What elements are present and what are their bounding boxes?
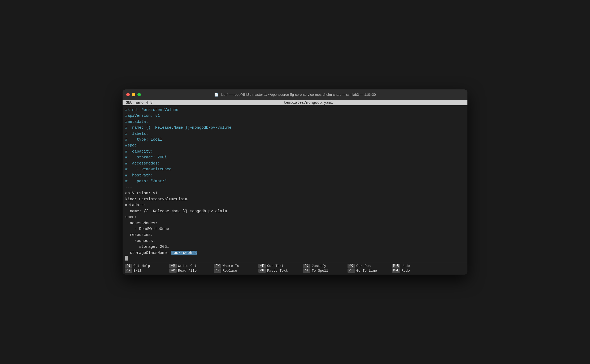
line-14: ---	[125, 184, 465, 190]
terminal-window: 📄 luthfi — root@fi-k8s-master-1: ~/opens…	[123, 89, 467, 275]
shortcut-to-spell: ^T To Spell	[303, 268, 345, 273]
line-19: spec:	[125, 214, 465, 220]
label-to-spell: To Spell	[312, 269, 328, 273]
highlighted-text: rook-cephfs	[171, 251, 197, 255]
key-go-to-line: ^_	[348, 268, 355, 273]
label-undo: Undo	[402, 264, 410, 268]
line-12: # hostPath:	[125, 172, 465, 178]
key-get-help: ^G	[125, 264, 132, 268]
line-6: # type: local	[125, 137, 465, 142]
shortcut-undo: M-U Undo	[392, 264, 435, 268]
line-11: # - ReadWriteOnce	[125, 166, 465, 172]
minimize-button[interactable]	[132, 93, 135, 96]
key-where-is: ^W	[214, 264, 221, 268]
key-justify: ^J	[303, 264, 310, 268]
line-15: apiVersion: v1	[125, 190, 465, 196]
shortcut-cur-pos: ^C Cur Pos	[348, 264, 390, 268]
label-go-to-line: Go To Line	[356, 269, 377, 273]
shortcut-exit: ^X Exit	[125, 268, 167, 273]
cursor	[125, 256, 128, 261]
line-20: accessModes:	[125, 220, 465, 226]
statusbar: ^G Get Help ^O Write Out ^W Where Is ^K …	[123, 262, 467, 275]
editor-area[interactable]: #kind: PersistentVolume #apiVersion: v1 …	[123, 105, 467, 262]
line-18: name: {{ .Release.Name }}-mongodb-pv-cla…	[125, 208, 465, 214]
label-where-is: Where Is	[223, 264, 239, 268]
nano-version: GNU nano 4.8	[126, 101, 153, 105]
shortcut-cut-text: ^K Cut Text	[258, 264, 301, 268]
titlebar: 📄 luthfi — root@fi-k8s-master-1: ~/opens…	[123, 89, 467, 100]
line-25: storageClassName: rook-cephfs	[125, 250, 465, 256]
label-paste-text: Paste Text	[267, 269, 288, 273]
maximize-button[interactable]	[137, 93, 141, 96]
line-10: # accessModes:	[125, 161, 465, 166]
key-write-out: ^O	[169, 264, 177, 268]
close-button[interactable]	[126, 93, 130, 96]
line-22: resources:	[125, 232, 465, 238]
window-title: 📄 luthfi — root@fi-k8s-master-1: ~/opens…	[214, 93, 376, 97]
file-icon: 📄	[214, 93, 218, 97]
label-exit: Exit	[133, 269, 142, 273]
key-read-file: ^R	[169, 268, 177, 273]
shortcut-where-is: ^W Where Is	[214, 264, 256, 268]
label-cur-pos: Cur Pos	[356, 264, 371, 268]
key-redo: M-E	[392, 268, 400, 273]
shortcut-row-2: ^X Exit ^R Read File ^\ Replace ^U Paste…	[123, 268, 467, 273]
line-7: #spec:	[125, 142, 465, 148]
shortcut-redo: M-E Redo	[392, 268, 435, 273]
traffic-lights	[126, 93, 141, 96]
key-exit: ^X	[125, 268, 132, 273]
shortcut-read-file: ^R Read File	[169, 268, 212, 273]
shortcut-row-1: ^G Get Help ^O Write Out ^W Where Is ^K …	[123, 263, 467, 268]
label-write-out: Write Out	[178, 264, 197, 268]
line-17: metadata:	[125, 202, 465, 208]
key-replace: ^\	[214, 268, 221, 273]
label-read-file: Read File	[178, 269, 197, 273]
line-23: requests:	[125, 238, 465, 244]
label-redo: Redo	[402, 269, 410, 273]
shortcut-go-to-line: ^_ Go To Line	[348, 268, 390, 273]
key-to-spell: ^T	[303, 268, 310, 273]
key-undo: M-U	[392, 264, 400, 268]
shortcut-write-out: ^O Write Out	[169, 264, 212, 268]
line-5: # labels:	[125, 131, 465, 137]
line-13: # path: "/mnt/"	[125, 178, 465, 184]
line-1: #kind: PersistentVolume	[125, 107, 465, 113]
shortcut-get-help: ^G Get Help	[125, 264, 167, 268]
cursor-line	[125, 256, 465, 261]
shortcut-paste-text: ^U Paste Text	[258, 268, 301, 273]
label-replace: Replace	[223, 269, 237, 273]
label-justify: Justify	[312, 264, 326, 268]
key-cur-pos: ^C	[348, 264, 355, 268]
key-cut-text: ^K	[258, 264, 266, 268]
label-get-help: Get Help	[133, 264, 150, 268]
shortcut-replace: ^\ Replace	[214, 268, 256, 273]
line-24: storage: 20Gi	[125, 244, 465, 250]
line-8: # capacity:	[125, 149, 465, 154]
shortcut-justify: ^J Justify	[303, 264, 345, 268]
filename: templates/mongodb.yaml	[284, 101, 333, 105]
line-16: kind: PersistentVolumeClaim	[125, 196, 465, 202]
line-4: # name: {{ .Release.Name }}-mongodb-pv-v…	[125, 125, 465, 131]
nano-header: GNU nano 4.8 templates/mongodb.yaml	[123, 100, 467, 105]
line-21: - ReadWriteOnce	[125, 226, 465, 232]
line-9: # storage: 20Gi	[125, 154, 465, 160]
key-paste-text: ^U	[258, 268, 266, 273]
line-2: #apiVersion: v1	[125, 113, 465, 119]
label-cut-text: Cut Text	[267, 264, 284, 268]
line-3: #metadata:	[125, 119, 465, 125]
